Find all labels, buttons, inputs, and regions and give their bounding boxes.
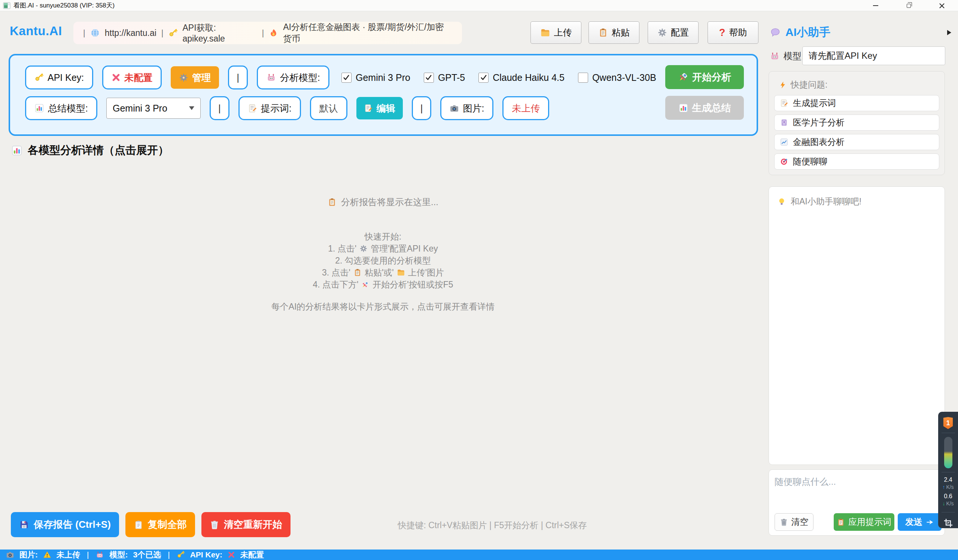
key-icon: [35, 73, 44, 82]
folder-icon: [540, 28, 550, 38]
model-checkbox-claude-haiku-4-5[interactable]: Claude Haiku 4.5: [479, 72, 565, 83]
apply-prompt-button[interactable]: 应用提示词: [834, 513, 895, 531]
start-analysis-button[interactable]: 开始分析: [665, 65, 744, 89]
info-separator: |: [262, 28, 264, 38]
help-button[interactable]: ? 帮助: [707, 21, 758, 44]
report-placeholder: 分析报告将显示在这里... 快速开始: 1. 点击' 管理'配置API Key …: [0, 196, 766, 313]
send-label: 发送: [905, 516, 922, 528]
copy-all-label: 复制全部: [148, 518, 187, 531]
status-model-label: 模型:: [109, 549, 128, 560]
robot-icon: [266, 73, 276, 83]
x-icon: [111, 73, 121, 82]
clipboard-icon: [328, 198, 336, 207]
paste-label: 粘贴: [612, 27, 630, 38]
download-unit-text: K/s: [946, 500, 953, 507]
minimize-icon: [873, 5, 878, 6]
prompt-label: 提示词:: [261, 102, 292, 114]
edit-prompt-button[interactable]: 编辑: [356, 97, 403, 119]
save-report-label: 保存报告 (Ctrl+S): [34, 518, 111, 531]
chat-history-area[interactable]: 和AI小助手聊聊吧!: [769, 186, 945, 465]
info-separator: |: [83, 28, 86, 38]
assistant-model-input[interactable]: [802, 46, 945, 65]
download-speed-unit: ↓ K/s: [942, 500, 953, 507]
robot-icon: [770, 51, 780, 61]
clipboard-icon: [837, 518, 845, 526]
help-label: 帮助: [729, 27, 747, 38]
api-key-label: API Key:: [48, 72, 84, 83]
analysis-model-label-pill: 分析模型:: [257, 65, 330, 89]
folder-icon: [397, 268, 405, 277]
trash-icon: [209, 520, 219, 530]
quickstart-label: 快速开始:: [0, 231, 766, 243]
quick-item-label: 医学片子分析: [793, 117, 845, 128]
finance-chart-icon: [780, 138, 788, 146]
send-button[interactable]: 发送: [898, 513, 942, 531]
prompt-default-label: 默认: [319, 102, 338, 114]
chat-clear-button[interactable]: 清空: [774, 513, 814, 531]
minimize-button[interactable]: [859, 0, 892, 11]
status-api-label: API Key:: [190, 550, 222, 559]
quickstart-step-3: 3. 点击' 粘贴'或' 上传'图片: [0, 267, 766, 279]
summary-model-select[interactable]: Gemini 3 Pro: [106, 98, 201, 119]
rocket-icon: [678, 72, 688, 82]
maximize-button[interactable]: [892, 0, 925, 11]
chat-greeting-text: 和AI小助手聊聊吧!: [791, 196, 861, 207]
generate-summary-button[interactable]: 生成总结: [665, 96, 744, 120]
model-checkbox-gpt-5[interactable]: GPT-5: [424, 72, 465, 83]
widget-divider: [942, 472, 955, 473]
checkbox-label: GPT-5: [438, 72, 465, 83]
net-monitor-widget[interactable]: 1 2.4 ↑ K/s 0.6 ↓ K/s: [938, 412, 958, 528]
status-image-label: 图片:: [19, 549, 38, 560]
separator-pill: |: [209, 96, 230, 120]
step-text: 2. 勾选要使用的分析模型: [335, 255, 431, 267]
checkbox-label: Qwen3-VL-30B: [592, 72, 656, 83]
results-heading-label: 各模型分析详情（点击展开）: [28, 143, 169, 158]
assistant-model-label: 模型:: [784, 50, 804, 62]
model-checkbox-gemini-3-pro[interactable]: Gemini 3 Pro: [341, 72, 410, 83]
results-heading[interactable]: 各模型分析详情（点击展开）: [11, 143, 169, 158]
step-text: 3. 点击': [322, 267, 351, 279]
app-icon: [3, 2, 11, 10]
quickstart-step-4: 4. 点击下方' 开始分析'按钮或按F5: [0, 279, 766, 290]
x-icon: [228, 551, 235, 558]
config-button[interactable]: 配置: [648, 21, 699, 44]
generate-summary-label: 生成总结: [692, 102, 731, 114]
upload-speed-unit: ↑ K/s: [942, 484, 953, 490]
sidebar-collapse-arrow[interactable]: [947, 30, 951, 35]
manage-button[interactable]: 管理: [171, 66, 219, 89]
checkbox-box: [479, 73, 489, 83]
summary-model-label: 总结模型:: [48, 102, 88, 114]
target-icon: [780, 157, 788, 166]
manage-label: 管理: [192, 71, 211, 84]
quick-item-medical-analysis[interactable]: 医学片子分析: [774, 114, 939, 131]
separator-pill: |: [412, 96, 431, 120]
close-button[interactable]: [925, 0, 958, 11]
header-info-bar: | http://kantu.ai | API获取: apikey.sale |…: [73, 22, 462, 44]
apply-prompt-label: 应用提示词: [848, 516, 891, 528]
rocket-icon: [361, 280, 370, 289]
warning-icon: [43, 550, 51, 559]
quick-item-casual-chat[interactable]: 随便聊聊: [774, 154, 939, 170]
config-label: 配置: [671, 27, 689, 38]
upload-button[interactable]: 上传: [530, 21, 581, 44]
clipboard-icon: [134, 520, 143, 530]
model-checkbox-qwen3-vl-30b[interactable]: Qwen3-VL-30B: [578, 72, 656, 83]
quick-item-generate-prompt[interactable]: 生成提示词: [774, 95, 939, 111]
chat-input[interactable]: [774, 476, 939, 503]
memo-icon: [248, 104, 257, 113]
quick-item-finance-chart-analysis[interactable]: 金融图表分析: [774, 134, 939, 150]
flame-icon: [269, 29, 278, 38]
crop-icon[interactable]: [943, 518, 953, 528]
copy-all-button[interactable]: 复制全部: [125, 512, 195, 537]
widget-divider: [942, 512, 955, 512]
shield-badge-count: 1: [946, 419, 950, 427]
arrow-up-icon: ↑: [942, 484, 945, 490]
paste-button[interactable]: 粘贴: [588, 21, 639, 44]
model-checkbox-group: Gemini 3 Pro GPT-5 Claude Haiku 4.5 Qwen…: [341, 72, 720, 83]
quickstart-step-1: 1. 点击' 管理'配置API Key: [0, 243, 766, 255]
checkbox-label: Gemini 3 Pro: [356, 72, 410, 83]
send-arrow-icon: [926, 518, 934, 526]
save-report-button[interactable]: 保存报告 (Ctrl+S): [11, 512, 119, 537]
prompt-default-pill[interactable]: 默认: [310, 96, 347, 120]
clipboard-icon: [598, 28, 608, 37]
